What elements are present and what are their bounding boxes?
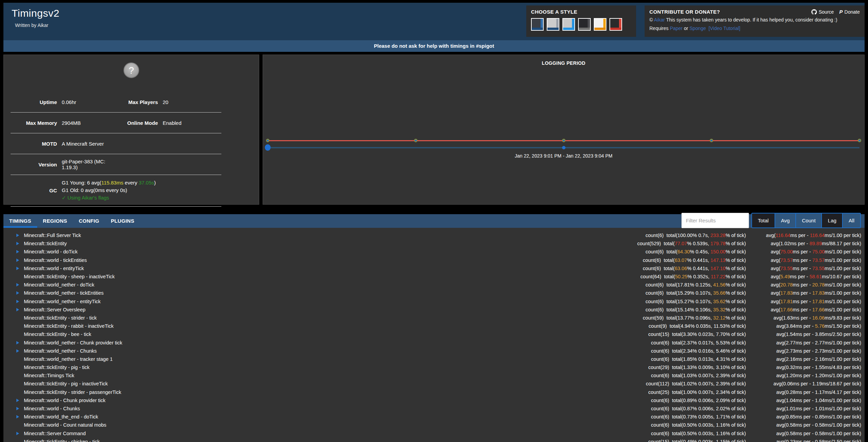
timing-row[interactable]: Minecraft::Server Command count(6) total… (3, 429, 865, 438)
tab-timings[interactable]: TIMINGS (3, 214, 37, 228)
contribute-line2: Requires Paper or Sponge [Video Tutorial… (649, 25, 860, 32)
timing-row[interactable]: Minecraft::tickEntity - pig - inactiveTi… (3, 380, 865, 388)
view-button-group: TotalAvgCountLagAll (751, 213, 861, 228)
timing-name: Minecraft::world_nether - tracker stage … (24, 356, 651, 362)
swatch-edge (572, 19, 574, 28)
timing-avg: avg(17.66ms per - 17.66ms/1.00 per tick) (746, 307, 861, 312)
tab-plugins[interactable]: PLUGINS (105, 214, 140, 228)
timing-row[interactable]: Minecraft::world_nether - Chunk provider… (3, 338, 865, 347)
timing-row[interactable]: Minecraft::Full Server Tick count(6) tot… (3, 231, 865, 239)
timing-row[interactable]: Minecraft::world - doTick count(6) total… (3, 248, 865, 256)
timing-row[interactable]: Minecraft::tickEntity - rabbit - inactiv… (3, 322, 865, 330)
tps-timeline-line (268, 140, 859, 141)
expand-arrow-icon (16, 259, 19, 262)
timings-table: Minecraft::Full Server Tick count(6) tot… (3, 228, 865, 442)
view-button-all[interactable]: All (842, 213, 861, 228)
info-value: A Minecraft Server (62, 141, 121, 147)
swatch-bar (610, 28, 621, 30)
tps-marker-dot (414, 139, 417, 142)
timing-name: Minecraft::world - Count natural mobs (24, 422, 651, 428)
server-info-panel: ? Uptime 0.06hr Max Players 20 Max Memor… (3, 55, 259, 205)
timing-row[interactable]: Minecraft::tickEntity - pig - tick count… (3, 363, 865, 371)
timing-row[interactable]: Minecraft::world_nether - tracker stage … (3, 355, 865, 363)
contribute-title: CONTRIBUTE OR DONATE? (649, 9, 720, 15)
timing-row[interactable]: Minecraft::tickEntity - strider - tick c… (3, 314, 865, 322)
timing-count-total: count(6) total(0.89% 0.006s, 2.09% of ti… (651, 398, 746, 403)
timing-row[interactable]: Minecraft::world - entityTick count(6) t… (3, 264, 865, 272)
expand-arrow-icon (16, 283, 19, 286)
expand-arrow-icon (16, 267, 19, 270)
aikar-link[interactable]: Aikar (654, 17, 665, 23)
donate-link[interactable]: P Donate (839, 9, 860, 15)
info-label-2: Online Mode (122, 120, 163, 126)
style-swatch-light-blue[interactable] (562, 18, 575, 31)
tps-marker-dot (562, 139, 565, 142)
style-swatch-light-navy[interactable] (547, 18, 559, 31)
help-icon[interactable]: ? (123, 62, 139, 78)
view-button-avg[interactable]: Avg (775, 213, 796, 228)
timing-name: Minecraft::Server Oversleep (24, 307, 646, 312)
timing-row[interactable]: Minecraft::world - Chunk provider tick c… (3, 396, 865, 404)
timing-row[interactable]: Minecraft::world - Chunks count(6) total… (3, 404, 865, 413)
timing-name: Minecraft::world - Chunks (24, 406, 651, 411)
timing-row[interactable]: Minecraft::world - Count natural mobs co… (3, 421, 865, 429)
timing-row[interactable]: Minecraft::world_nether - doTick count(6… (3, 281, 865, 289)
view-button-lag[interactable]: Lag (821, 213, 843, 228)
expand-arrow-icon (16, 432, 19, 435)
timing-count-total: count(6) total(2.37% 0.017s, 5.53% of ti… (651, 340, 746, 345)
page-title: Timingsv2 (12, 8, 526, 19)
timing-row[interactable]: Minecraft::tickEntity - chicken - tick c… (3, 438, 865, 442)
timing-name: Minecraft::world - entityTick (24, 266, 643, 271)
expand-arrow-icon (16, 234, 19, 237)
paper-link[interactable]: Paper (670, 26, 682, 31)
view-button-total[interactable]: Total (751, 213, 775, 228)
graph-title: LOGGING PERIOD (263, 55, 864, 66)
timing-count-total: count(9) total(4.94% 0.035s, 11.53% of t… (649, 323, 746, 329)
info-label-2: Max Players (122, 99, 163, 105)
timing-name: Minecraft::world - doTick (24, 249, 646, 254)
timing-count-total: count(6) total(64.30% 0.45s, 150.00% of … (646, 249, 746, 254)
video-tutorial-link[interactable]: [Video Tutorial] (709, 26, 740, 31)
timing-row[interactable]: Minecraft::tickEntity - strider - passen… (3, 388, 865, 396)
info-row: Version git-Paper-383 (MC: 1.19.3) (11, 154, 221, 175)
timing-row[interactable]: Minecraft::tickEntity count(529) total(7… (3, 239, 865, 248)
timing-name: Minecraft::tickEntity - pig - tick (24, 365, 648, 370)
timing-name: Minecraft::tickEntity - pig - inactiveTi… (24, 381, 646, 386)
swatch-bar (579, 28, 590, 30)
timing-row[interactable]: Minecraft::Timings Tick count(6) total(1… (3, 371, 865, 380)
timing-avg: avg(73.55ms per - 73.55ms/1.00 per tick) (746, 266, 861, 271)
timing-row[interactable]: Minecraft::world - tickEntities count(6)… (3, 256, 865, 264)
timing-row[interactable]: Minecraft::world_nether - Chunks count(6… (3, 347, 865, 355)
timing-count-total: count(15) total(0.49% 0.003s, 1.15% of t… (648, 439, 746, 442)
filter-input[interactable] (681, 213, 749, 228)
timing-row[interactable]: Minecraft::tickEntity - bee - tick count… (3, 330, 865, 338)
timing-avg: avg(5.49ms per - 58.61ms/10.67 per tick) (746, 274, 861, 279)
style-swatch-dark-navy[interactable] (531, 18, 544, 31)
swatch-bar (563, 28, 574, 30)
timing-name: Minecraft::world - tickEntities (24, 257, 643, 263)
tab-regions[interactable]: REGIONS (37, 214, 73, 228)
source-link[interactable]: Source (811, 9, 834, 15)
style-swatch-dark-red[interactable] (609, 18, 622, 31)
timing-row[interactable]: Minecraft::tickEntity - sheep - inactive… (3, 272, 865, 281)
view-button-count[interactable]: Count (795, 213, 822, 228)
style-swatch-white-orange[interactable] (594, 18, 606, 31)
sponge-link[interactable]: Sponge (690, 26, 706, 31)
timing-row[interactable]: Minecraft::Server Oversleep count(6) tot… (3, 306, 865, 314)
timing-name: Minecraft::world_nether - tickEntities (24, 290, 646, 296)
timing-count-total: count(6) total(15.14% 0.106s, 35.32% of … (646, 307, 746, 312)
timing-row[interactable]: Minecraft::world_the_end - doTick count(… (3, 413, 865, 421)
timing-count-total: count(6) total(0.73% 0.005s, 1.71% of ti… (651, 414, 746, 419)
swatch-edge (588, 19, 590, 28)
info-value: 2904MB (62, 120, 122, 126)
lag-timeline-line (268, 147, 859, 148)
timing-count-total: count(6) total(15.29% 0.107s, 35.66% of … (646, 290, 746, 296)
timing-name: Minecraft::world_the_end - doTick (24, 414, 651, 419)
timing-row[interactable]: Minecraft::world_nether - tickEntities c… (3, 289, 865, 297)
title-block: Timingsv2 Written by Aikar (3, 3, 526, 28)
notice-banner: Please do not ask for help with timings … (3, 40, 865, 52)
tab-config[interactable]: CONFIG (73, 214, 105, 228)
timeline-handle[interactable] (265, 144, 271, 151)
timing-row[interactable]: Minecraft::world_nether - entityTick cou… (3, 297, 865, 306)
style-swatch-black-gray[interactable] (578, 18, 591, 31)
